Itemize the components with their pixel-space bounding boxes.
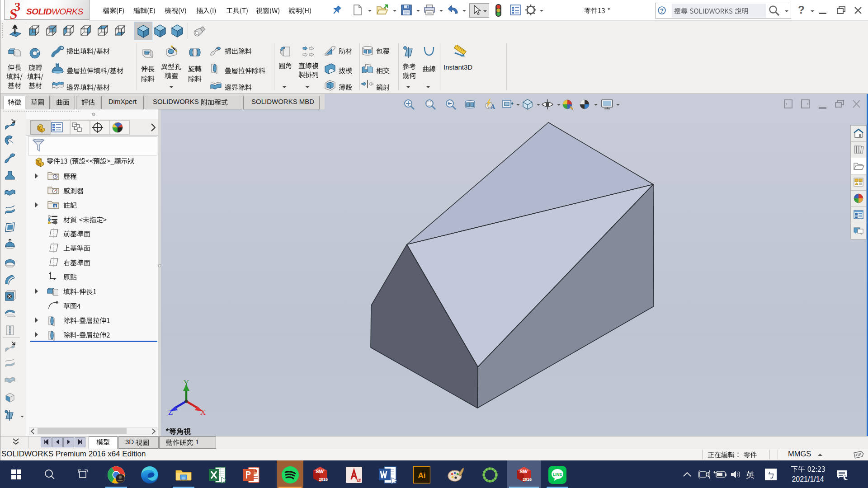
svg-text:?: ?: [660, 7, 664, 14]
svg-text:LT: LT: [357, 479, 361, 482]
svg-text:2016: 2016: [523, 477, 532, 482]
svg-text:LINE: LINE: [553, 472, 562, 477]
svg-text:2016: 2016: [319, 477, 328, 482]
svg-text:Ai: Ai: [418, 471, 426, 480]
svg-text:A: A: [54, 204, 57, 208]
svg-text:SW: SW: [519, 469, 528, 474]
svg-text:SW: SW: [316, 469, 324, 474]
svg-text:A: A: [491, 103, 495, 110]
